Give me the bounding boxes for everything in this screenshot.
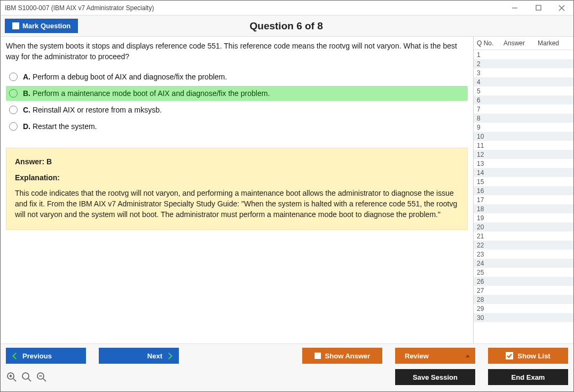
question-list-row[interactable]: 14 (474, 168, 573, 177)
svg-point-9 (22, 373, 29, 379)
chevron-right-icon (166, 353, 172, 359)
question-list-number: 26 (477, 278, 502, 285)
question-list-number: 29 (477, 305, 502, 313)
option-label: D. Restart the system. (23, 122, 97, 131)
option-letter: C. (23, 106, 33, 114)
question-list-number: 18 (477, 205, 502, 213)
question-list-number: 4 (477, 78, 502, 86)
option-text: Reinstall AIX or restore from a mksysb. (33, 106, 162, 114)
save-session-label: Save Session (413, 373, 458, 381)
next-label: Next (147, 352, 162, 360)
caret-up-icon (466, 355, 470, 357)
option-label: C. Reinstall AIX or restore from a mksys… (23, 106, 162, 114)
question-list-row[interactable]: 7 (474, 105, 573, 114)
question-list-row[interactable]: 10 (474, 132, 573, 141)
review-dropdown[interactable]: Review (395, 348, 475, 364)
question-list-row[interactable]: 23 (474, 250, 573, 259)
question-list-number: 21 (477, 233, 502, 240)
zoom-in-button[interactable] (21, 371, 33, 383)
question-list-row[interactable]: 24 (474, 259, 573, 268)
question-panel: When the system boots it stops and displ… (1, 37, 473, 343)
question-list-row[interactable]: 8 (474, 114, 573, 123)
zoom-out-icon (36, 372, 47, 382)
question-list-row[interactable]: 11 (474, 141, 573, 150)
question-list-number: 11 (477, 142, 502, 149)
minimize-button[interactable] (503, 1, 526, 15)
show-answer-button[interactable]: Show Answer (302, 348, 382, 364)
svg-line-5 (13, 379, 16, 381)
chevron-left-icon (12, 353, 19, 359)
question-list-row[interactable]: 9 (474, 123, 573, 132)
question-list-row[interactable]: 6 (474, 95, 573, 105)
option-letter: B. (23, 89, 33, 98)
option-row-B[interactable]: B. Perform a maintenance mode boot of AI… (6, 86, 468, 101)
question-list-row[interactable]: 26 (474, 277, 573, 286)
square-icon (314, 353, 321, 359)
zoom-toolbar (6, 371, 48, 383)
close-button[interactable] (550, 1, 573, 15)
next-button[interactable]: Next (99, 348, 179, 364)
zoom-reset-button[interactable] (6, 371, 18, 383)
question-list-row[interactable]: 15 (474, 177, 573, 186)
question-list-number: 27 (477, 287, 502, 294)
question-list-number: 25 (477, 269, 502, 276)
question-list-row[interactable]: 4 (474, 77, 573, 86)
question-list-row[interactable]: 29 (474, 304, 573, 313)
question-list-row[interactable]: 28 (474, 295, 573, 304)
question-list-row[interactable]: 21 (474, 231, 573, 241)
radio-icon (9, 106, 18, 114)
option-row-C[interactable]: C. Reinstall AIX or restore from a mksys… (6, 102, 468, 117)
question-list-row[interactable]: 17 (474, 195, 573, 204)
question-list-row[interactable]: 3 (474, 68, 573, 77)
question-list-row[interactable]: 19 (474, 213, 573, 222)
option-text: Restart the system. (33, 122, 97, 131)
question-list-row[interactable]: 30 (474, 313, 573, 322)
question-list-number: 7 (477, 106, 502, 113)
question-list-row[interactable]: 12 (474, 150, 573, 159)
header-marked: Marked (537, 39, 570, 47)
question-list-row[interactable]: 1 (474, 50, 573, 59)
explanation-heading: Explanation: (15, 173, 459, 183)
question-list-row[interactable]: 5 (474, 86, 573, 95)
maximize-icon (536, 5, 541, 11)
question-list-row[interactable]: 22 (474, 241, 573, 250)
window-title: IBM S1000-007 (IBM AIX v7 Administrator … (5, 4, 503, 12)
question-list-row[interactable]: 2 (474, 59, 573, 68)
question-list-number: 15 (477, 178, 502, 186)
question-list-number: 10 (477, 133, 502, 140)
question-list-number: 19 (477, 214, 502, 222)
show-list-button[interactable]: Show List (488, 348, 568, 364)
header-answer: Answer (504, 39, 537, 47)
question-list-row[interactable]: 25 (474, 268, 573, 277)
minimize-icon (512, 5, 518, 11)
question-list-number: 13 (477, 160, 502, 167)
question-list-number: 1 (477, 51, 502, 59)
option-letter: D. (23, 122, 33, 131)
question-list-number: 28 (477, 296, 502, 303)
option-row-A[interactable]: A. Perform a debug boot of AIX and diagn… (6, 69, 468, 84)
zoom-reset-icon (6, 372, 17, 382)
svg-line-10 (28, 379, 31, 381)
maximize-button[interactable] (526, 1, 550, 15)
question-list-number: 24 (477, 260, 502, 267)
question-list-row[interactable]: 27 (474, 286, 573, 295)
question-list-row[interactable]: 13 (474, 159, 573, 168)
end-exam-label: End Exam (512, 373, 545, 381)
question-list-row[interactable]: 16 (474, 186, 573, 195)
main-area: When the system boots it stops and displ… (1, 37, 573, 343)
header: Mark Question Question 6 of 8 (1, 15, 573, 37)
svg-line-12 (43, 379, 46, 381)
show-list-label: Show List (517, 352, 550, 360)
zoom-out-button[interactable] (36, 371, 48, 383)
footer-row-2: Save Session End Exam (1, 367, 573, 391)
question-list-number: 14 (477, 169, 502, 177)
save-session-button[interactable]: Save Session (395, 369, 475, 385)
question-list-body[interactable]: 1234567891011121314151617181920212223242… (474, 50, 573, 343)
question-list-panel: Q No. Answer Marked 12345678910111213141… (473, 37, 573, 343)
question-list-row[interactable]: 20 (474, 222, 573, 231)
question-list-number: 12 (477, 151, 502, 158)
previous-button[interactable]: Previous (6, 348, 86, 364)
option-row-D[interactable]: D. Restart the system. (6, 119, 468, 134)
end-exam-button[interactable]: End Exam (488, 369, 568, 385)
question-list-row[interactable]: 18 (474, 204, 573, 213)
